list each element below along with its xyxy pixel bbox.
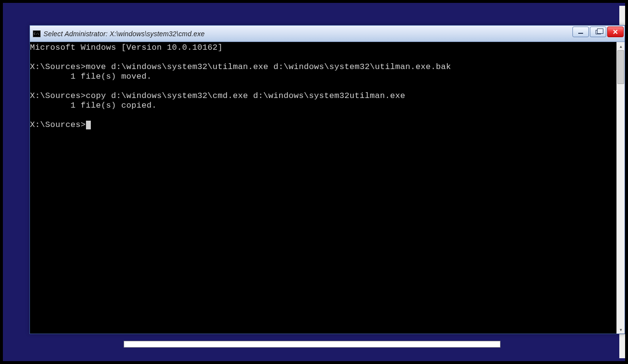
scrollbar-track[interactable] — [617, 50, 625, 325]
close-icon: ✕ — [613, 28, 618, 35]
terminal-line: Microsoft Windows [Version 10.0.10162] — [30, 43, 616, 53]
minimize-button[interactable] — [572, 27, 589, 37]
cmd-icon — [33, 30, 41, 37]
window-controls: ✕ — [572, 27, 624, 37]
vertical-scrollbar[interactable]: ▴ ▾ — [616, 42, 625, 334]
terminal-line: X:\Sources>move d:\windows\system32\util… — [30, 62, 616, 72]
desktop-background: Select Administrator: X:\windows\system3… — [3, 3, 625, 361]
terminal-line — [30, 82, 616, 91]
close-button[interactable]: ✕ — [607, 27, 624, 37]
window-title: Select Administrator: X:\windows\system3… — [43, 30, 205, 38]
scrollbar-thumb[interactable] — [617, 50, 624, 84]
terminal-line: X:\Sources>copy d:\windows\system32\cmd.… — [30, 91, 616, 101]
maximize-icon — [596, 30, 601, 34]
cmd-window: Select Administrator: X:\windows\system3… — [29, 25, 625, 334]
cursor — [86, 121, 91, 129]
maximize-button[interactable] — [590, 27, 606, 37]
terminal-line — [30, 111, 616, 120]
terminal[interactable]: Microsoft Windows [Version 10.0.10162]X:… — [30, 42, 616, 334]
terminal-line: X:\Sources> — [30, 120, 616, 130]
scroll-down-button[interactable]: ▾ — [617, 325, 625, 334]
terminal-line: 1 file(s) moved. — [30, 72, 616, 82]
scroll-up-button[interactable]: ▴ — [617, 42, 625, 50]
progress-bar — [124, 341, 500, 348]
minimize-icon — [578, 33, 583, 34]
terminal-line — [30, 53, 616, 62]
titlebar[interactable]: Select Administrator: X:\windows\system3… — [30, 26, 625, 42]
terminal-line: 1 file(s) copied. — [30, 101, 616, 111]
terminal-area: Microsoft Windows [Version 10.0.10162]X:… — [30, 42, 625, 334]
